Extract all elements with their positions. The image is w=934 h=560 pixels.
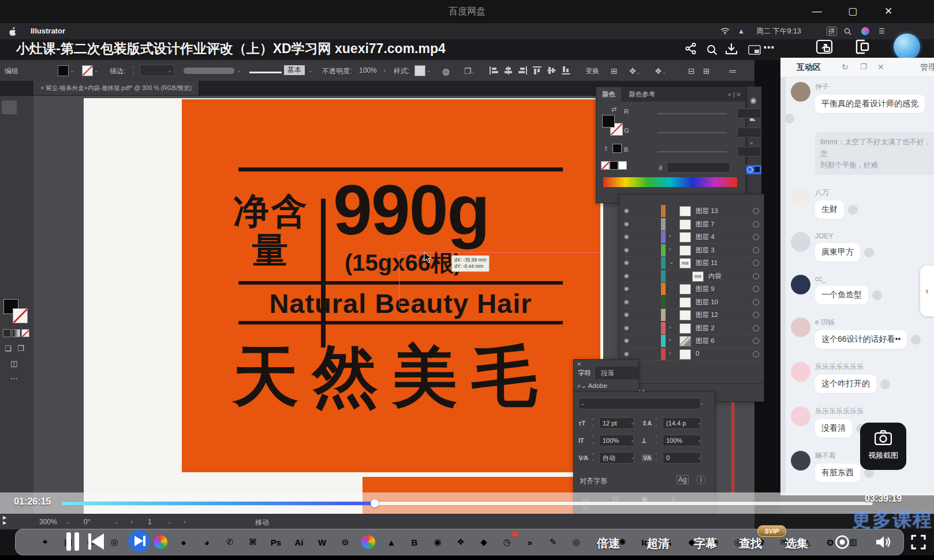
direct-selection-tool[interactable] (17, 100, 32, 114)
layer-thumbnail[interactable]: 内袋 (692, 271, 704, 282)
cast-icon[interactable] (815, 38, 834, 55)
draw-mode-icon[interactable]: ❏ (5, 342, 12, 356)
channel-slider[interactable] (657, 151, 727, 152)
layer-name[interactable]: 图层 3 (696, 246, 715, 255)
layer-row[interactable]: ◉ 图层 7 (619, 218, 764, 232)
next-button[interactable] (128, 530, 150, 552)
collapsed-panel-icon[interactable]: ◉ (750, 96, 756, 104)
emoji-reaction-icon[interactable] (864, 248, 874, 257)
none-mode-icon[interactable] (21, 329, 29, 337)
panel-fill-swatch[interactable] (602, 115, 615, 128)
visibility-eye-icon[interactable]: ◉ (624, 350, 629, 357)
chat-bubble[interactable]: 一个鱼造型 (815, 286, 868, 304)
screen-mode-icon[interactable]: ◫ (10, 357, 17, 371)
selected-swatch-row[interactable] (745, 165, 761, 174)
layer-thumbnail[interactable] (679, 284, 691, 294)
chrome[interactable]: ◉ (358, 532, 378, 552)
fill-color-swatch[interactable] (58, 65, 69, 76)
volume-icon[interactable] (875, 535, 892, 550)
chat-bubble[interactable]: 有脏东西 (815, 464, 860, 482)
prev-artboard-icon[interactable]: ‹ (130, 518, 133, 526)
refresh-icon[interactable]: ↻ (842, 62, 849, 72)
tab-color[interactable]: 颜色 (596, 87, 621, 102)
input-method-icon[interactable]: 拼 (827, 27, 837, 36)
align-glyph-icon[interactable]: Ag (677, 475, 689, 484)
align-bottom-icon[interactable] (562, 66, 570, 74)
siri-icon[interactable] (861, 27, 869, 35)
align-vcenter-icon[interactable] (547, 66, 556, 74)
shift-color-icon[interactable]: ⇧ (603, 145, 608, 152)
minimize-button[interactable]: — (808, 3, 825, 20)
layer-name[interactable]: 图层 11 (696, 259, 718, 267)
rectangle-tool[interactable] (2, 156, 17, 170)
visibility-eye-icon[interactable]: ◉ (624, 221, 629, 227)
zoom-level[interactable]: 300% (39, 518, 57, 526)
subtitles-button[interactable]: 字幕 (694, 536, 717, 551)
perspective-grid-tool[interactable] (17, 211, 32, 225)
expand-arrow-icon[interactable]: ⌄ (669, 259, 674, 265)
notes-app[interactable]: ◎ (104, 532, 124, 552)
blend-tool[interactable] (17, 239, 32, 253)
download-icon[interactable] (724, 42, 739, 57)
layer-target-icon[interactable] (753, 247, 759, 253)
episodes-button[interactable]: 选集 (785, 536, 808, 551)
mesh-tool[interactable] (2, 225, 17, 239)
chat-bubble[interactable]: 廣東甲方 (815, 243, 860, 262)
close-button[interactable]: ✕ (880, 3, 897, 20)
avatar[interactable] (791, 82, 810, 102)
visibility-eye-icon[interactable]: ◉ (624, 259, 629, 266)
toolbar-stroke-swatch[interactable] (13, 308, 28, 323)
stepper-icon[interactable]: ⌃⌄ (591, 418, 595, 427)
channel-value-field[interactable] (737, 128, 761, 137)
leading-field[interactable]: (14.4 p (663, 417, 701, 429)
layer-target-icon[interactable] (753, 273, 759, 279)
layer-name[interactable]: 图层 4 (696, 233, 715, 241)
tab-character[interactable]: 字符 (574, 367, 595, 379)
align-left-icon[interactable] (490, 66, 498, 74)
panel-collapse-icon[interactable]: » | ≡ (723, 87, 745, 102)
artboard-number[interactable]: 1 (148, 518, 152, 526)
black-swatch[interactable] (610, 161, 618, 170)
channel-slider[interactable] (657, 113, 727, 114)
pen-tool[interactable] (2, 128, 17, 142)
stepper-icon[interactable]: ⌃⌄ (655, 453, 658, 462)
color-spectrum[interactable] (603, 177, 737, 187)
visibility-eye-icon[interactable]: ◉ (624, 272, 629, 279)
share-icon[interactable] (684, 42, 698, 55)
fullscreen-icon[interactable] (911, 535, 926, 550)
pencil-tool[interactable] (2, 170, 17, 184)
chat-bubble[interactable]: 生财 (815, 200, 844, 219)
bounding-box-icon[interactable]: ⊞ (611, 66, 618, 76)
layer-thumbnail[interactable] (679, 245, 691, 256)
menu-app-name[interactable]: Illustrator (31, 23, 65, 39)
pause-button[interactable] (65, 531, 81, 552)
emoji-reaction-icon[interactable] (911, 335, 921, 345)
layer-thumbnail[interactable] (679, 323, 691, 334)
hand-tool[interactable] (2, 281, 17, 294)
layer-row[interactable]: ◉ › 图层 3 (619, 244, 764, 257)
none-swatch[interactable] (601, 161, 610, 170)
eyedropper-tool[interactable] (2, 239, 17, 253)
blender[interactable]: ◉ (428, 532, 447, 552)
symbol-sprayer-tool[interactable] (2, 253, 17, 267)
previous-button[interactable] (87, 532, 106, 551)
layer-row[interactable]: ◉ 图层 10 (619, 296, 764, 309)
layer-target-icon[interactable] (753, 260, 759, 266)
zoom-tool[interactable] (17, 281, 32, 294)
document-tab[interactable]: × 紫尘-猫条外盒+内袋-最终版.pdf* @ 300 % (RGB/预览) (33, 81, 199, 95)
tracking-field[interactable]: 0 (663, 452, 701, 464)
transform-button[interactable]: 变换 (585, 66, 599, 76)
clock-app[interactable]: ◷ (497, 532, 517, 552)
downie[interactable]: » (520, 532, 540, 552)
speed-button[interactable]: 倍速 (597, 536, 620, 551)
visibility-eye-icon[interactable]: ◉ (624, 207, 629, 214)
graph-tool[interactable] (17, 253, 32, 267)
opacity-value[interactable]: 100% (359, 66, 377, 74)
layer-name[interactable]: 0 (696, 350, 699, 357)
visibility-eye-icon[interactable]: ◉ (624, 247, 629, 253)
font-size-field[interactable]: 12 pt (599, 417, 634, 429)
emoji-reaction-icon[interactable] (848, 205, 858, 215)
layer-row[interactable]: ◉ 内袋 内袋 (619, 270, 764, 283)
gradient-mode-icon[interactable] (12, 329, 20, 337)
visibility-eye-icon[interactable]: ◉ (624, 311, 629, 318)
